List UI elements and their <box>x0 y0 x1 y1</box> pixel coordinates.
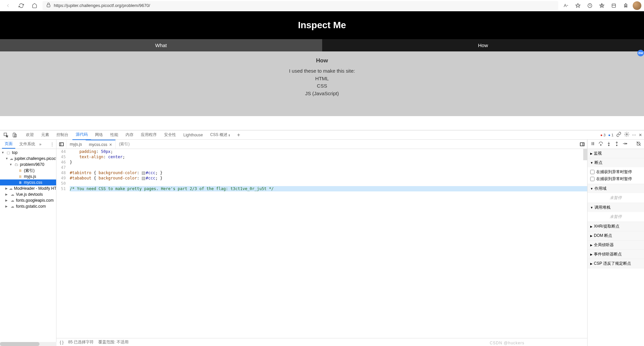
content-line-3: JS (JavaScript) <box>0 90 644 98</box>
navigator-tabs: 页面 文件系统 » ⋮ <box>0 140 56 142</box>
tab-console[interactable]: 控制台 <box>53 130 72 140</box>
url-text: https://jupiter.challenges.picoctf.org/p… <box>54 3 150 8</box>
devtools-panel: 欢迎 元素 控制台 源代码 网络 性能 内存 应用程序 安全性 Lighthou… <box>0 130 644 142</box>
tab-welcome[interactable]: 欢迎 <box>23 130 37 140</box>
svg-rect-0 <box>47 5 50 7</box>
content-line-1: HTML <box>0 75 644 83</box>
tab-sources[interactable]: 源代码 <box>72 130 91 140</box>
tab-content: How I used these to make this site: HTML… <box>0 51 644 103</box>
settings-icon[interactable] <box>624 132 629 138</box>
extensions-icon[interactable] <box>621 1 631 10</box>
favorites-bar-icon[interactable] <box>597 1 607 10</box>
nav-menu-icon[interactable]: ⋮ <box>50 142 54 142</box>
back-button[interactable] <box>3 1 13 10</box>
devtools-tabs: 欢迎 元素 控制台 源代码 网络 性能 内存 应用程序 安全性 Lighthou… <box>0 130 644 140</box>
sync-icon[interactable] <box>585 1 595 10</box>
collections-icon[interactable] <box>609 1 619 10</box>
tab-what[interactable]: What <box>0 39 322 51</box>
profile-avatar[interactable] <box>633 1 641 10</box>
read-aloud-icon[interactable]: A» <box>561 1 571 10</box>
address-bar[interactable]: https://jupiter.challenges.picoctf.org/p… <box>43 1 558 10</box>
editor-tab-mycss[interactable]: mycss.css× <box>86 140 116 142</box>
tab-how[interactable]: How <box>322 39 644 51</box>
svg-rect-3 <box>612 4 616 7</box>
tab-elements[interactable]: 元素 <box>38 130 52 140</box>
tab-performance[interactable]: 性能 <box>107 130 122 140</box>
toggle-debugger-icon[interactable] <box>577 140 587 142</box>
nav-tab-filesystem[interactable]: 文件系统 <box>17 140 38 142</box>
device-toggle-icon[interactable] <box>11 131 19 139</box>
refresh-button[interactable] <box>16 1 27 10</box>
nav-tab-page[interactable]: 页面 <box>2 140 15 142</box>
close-devtools-icon[interactable]: ✕ <box>639 133 642 137</box>
tab-css-overview[interactable]: CSS 概述 <box>207 130 233 140</box>
debugger-panel: ▶监视 ▼断点 在捕获到异常时暂停 在捕获到异常时暂停 ▼作用域 未暂停 ▼调用… <box>588 140 644 142</box>
editor-breadcrumb: (索引) <box>116 141 133 142</box>
page-viewport: Inspect Me What How How I used these to … <box>0 11 644 116</box>
nav-more-tabs[interactable]: » <box>39 142 42 142</box>
browser-toolbar: https://jupiter.challenges.picoctf.org/p… <box>0 0 644 11</box>
devtools-body: 页面 文件系统 » ⋮ ▼top ▼jupiter.challenges.pic… <box>0 140 644 142</box>
step-out-icon[interactable] <box>614 141 619 142</box>
tab-network[interactable]: 网络 <box>92 130 106 140</box>
step-into-icon[interactable] <box>606 141 611 142</box>
source-editor: myjs.js mycss.css× (索引) 44 45 46 47 48 4… <box>56 140 588 142</box>
more-icon[interactable]: ⋯ <box>632 133 636 137</box>
sources-navigator: 页面 文件系统 » ⋮ ▼top ▼jupiter.challenges.pic… <box>0 140 56 142</box>
tab-memory[interactable]: 内存 <box>122 130 137 140</box>
add-tab-button[interactable]: + <box>234 130 243 140</box>
deactivate-breakpoints-icon[interactable] <box>636 141 641 142</box>
lock-icon <box>46 2 51 9</box>
editor-tab-myjs[interactable]: myjs.js <box>66 140 86 142</box>
home-button[interactable] <box>29 1 40 10</box>
svg-rect-6 <box>13 133 15 137</box>
content-heading: How <box>0 57 644 64</box>
page-title: Inspect Me <box>0 11 644 39</box>
close-tab-icon[interactable]: × <box>109 142 112 142</box>
content-line-2: CSS <box>0 82 644 90</box>
tab-lighthouse[interactable]: Lighthouse <box>180 131 206 139</box>
pause-icon[interactable] <box>590 141 596 142</box>
floating-badge[interactable]: BM <box>637 50 644 56</box>
link-icon[interactable] <box>616 132 621 138</box>
page-tabs: What How <box>0 39 644 51</box>
browser-actions: A» <box>561 1 641 10</box>
svg-point-8 <box>626 134 627 135</box>
toggle-navigator-icon[interactable] <box>56 140 66 142</box>
error-count[interactable]: 3 <box>600 133 605 137</box>
tab-application[interactable]: 应用程序 <box>138 130 160 140</box>
devtools-status: 3 1 ⋯ ✕ <box>600 132 642 138</box>
editor-tabs: myjs.js mycss.css× (索引) <box>56 140 587 142</box>
tab-security[interactable]: 安全性 <box>161 130 179 140</box>
debugger-controls <box>588 140 644 142</box>
step-icon[interactable] <box>622 141 627 142</box>
step-over-icon[interactable] <box>598 141 603 142</box>
favorite-icon[interactable] <box>573 1 583 10</box>
content-intro: I used these to make this site: <box>0 67 644 75</box>
info-count[interactable]: 1 <box>608 133 613 137</box>
inspect-element-icon[interactable] <box>2 131 10 139</box>
